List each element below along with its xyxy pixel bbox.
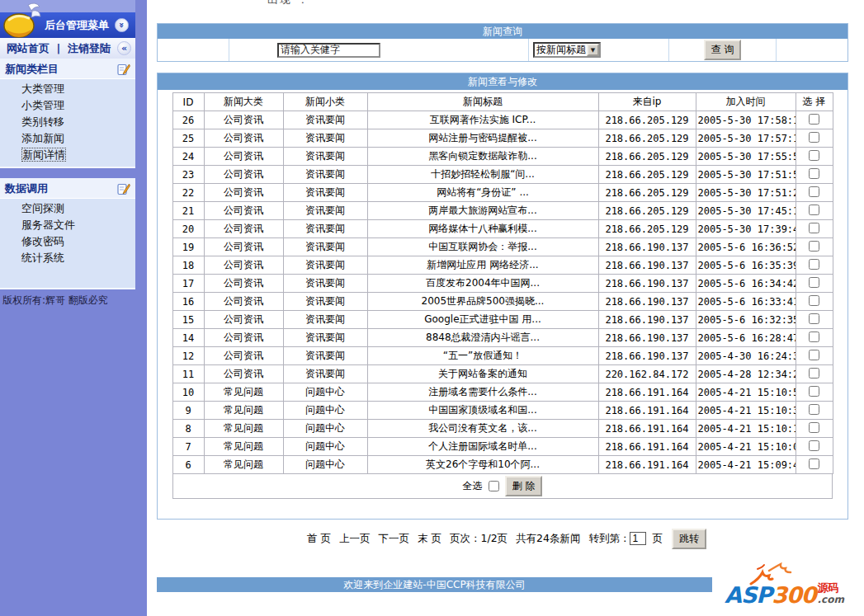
row-select-checkbox[interactable] [809, 332, 819, 342]
row-select-checkbox[interactable] [809, 386, 819, 397]
row-select-checkbox[interactable] [809, 350, 819, 360]
cell-title[interactable]: 中国国家顶级域名和国... [367, 402, 598, 420]
cell-id: 15 [172, 311, 204, 329]
last-page-link[interactable]: 末 页 [418, 532, 441, 544]
panel-title: 数据调用 [5, 182, 48, 195]
cell-subcategory: 问题中心 [283, 420, 367, 438]
cell-title[interactable]: 中国互联网协会：举报... [367, 238, 598, 256]
sidebar-item[interactable]: 服务器文件 [0, 217, 135, 233]
sidebar-item[interactable]: 类别转移 [0, 114, 135, 130]
news-search-box: 新闻查询 按新闻标题 ▼ 查 询 [157, 23, 848, 62]
cell-title[interactable]: 网站注册与密码提醒被... [367, 129, 598, 148]
cell-category: 公司资讯 [204, 238, 283, 256]
cell-title[interactable]: 互联网著作法实施 ICP... [367, 111, 598, 129]
clipped-top-text: 出现 ． [267, 0, 383, 7]
row-select-checkbox[interactable] [809, 150, 819, 161]
cell-title[interactable]: 英文26个字母和10个阿... [367, 456, 598, 474]
search-form-row: 按新闻标题 ▼ 查 询 [158, 39, 847, 61]
column-header: 加入时间 [696, 93, 796, 111]
cell-select [796, 293, 833, 311]
cell-id: 23 [172, 166, 204, 184]
cell-title[interactable]: Google正式进驻中国 用... [367, 311, 598, 329]
sidebar-item[interactable]: 新闻详情 [0, 147, 135, 163]
row-select-checkbox[interactable] [809, 368, 819, 379]
cell-ip: 218.66.191.164 [598, 402, 696, 420]
prev-page-link[interactable]: 上一页 [339, 532, 371, 544]
cell-time: 2005-5-6 16:34:42 [696, 275, 796, 293]
row-select-checkbox[interactable] [809, 458, 819, 469]
row-select-checkbox[interactable] [809, 114, 819, 125]
sidebar-item[interactable]: 添加新闻 [0, 130, 135, 147]
row-select-checkbox[interactable] [809, 223, 819, 233]
next-page-link[interactable]: 下一页 [379, 532, 410, 544]
cell-id: 22 [172, 184, 204, 202]
cell-subcategory: 问题中心 [283, 402, 367, 420]
cell-select [796, 184, 833, 202]
row-select-checkbox[interactable] [809, 259, 819, 270]
cell-title[interactable]: 网络媒体十八种赢利模... [367, 220, 598, 238]
cell-title[interactable]: 关于网站备案的通知 [367, 365, 598, 383]
dropdown-arrow-icon[interactable]: ▼ [587, 44, 599, 56]
row-select-checkbox[interactable] [809, 277, 819, 288]
cell-title[interactable]: 百度发布2004年中国网... [367, 275, 598, 293]
cell-select [796, 129, 833, 148]
cell-title[interactable]: 我公司没有英文名，该... [367, 420, 598, 438]
row-select-checkbox[interactable] [809, 295, 819, 306]
row-select-checkbox[interactable] [809, 186, 819, 197]
row-select-checkbox[interactable] [809, 241, 819, 252]
cell-select [796, 111, 833, 129]
table-row: 7常见问题问题中心个人注册国际域名时单...218.66.191.1642005… [172, 438, 833, 456]
row-select-checkbox[interactable] [809, 404, 819, 415]
cell-category: 公司资讯 [204, 347, 283, 365]
column-header: 新闻大类 [204, 93, 283, 111]
cell-title[interactable]: 8848总裁澄清内斗谣言... [367, 329, 598, 347]
footer-welcome-bar: 欢迎来到企业建站-中国CCP科技有限公司 [157, 577, 712, 592]
sidebar-item[interactable]: 空间探测 [0, 200, 135, 217]
cell-subcategory: 资讯要闻 [283, 111, 367, 129]
cell-category: 公司资讯 [204, 202, 283, 220]
cell-subcategory: 问题中心 [283, 438, 367, 456]
cell-time: 2005-4-21 15:10:32 [696, 402, 796, 420]
cell-select [796, 383, 833, 402]
cell-title[interactable]: 个人注册国际域名时单... [367, 438, 598, 456]
first-page-link[interactable]: 首 页 [307, 532, 331, 544]
row-select-checkbox[interactable] [809, 313, 819, 324]
cell-ip: 218.66.205.129 [598, 148, 696, 166]
cell-title[interactable]: 黑客向锁定数据敲诈勒... [367, 148, 598, 166]
cell-select [796, 202, 833, 220]
row-select-checkbox[interactable] [809, 440, 819, 451]
cell-title[interactable]: 注册域名需要什么条件... [367, 383, 598, 402]
jump-button[interactable]: 跳转 [672, 529, 706, 549]
sidebar-item[interactable]: 小类管理 [0, 97, 135, 114]
search-button[interactable]: 查 询 [704, 40, 742, 60]
cell-id: 20 [172, 220, 204, 238]
row-select-checkbox[interactable] [809, 422, 819, 433]
cell-id: 11 [172, 365, 204, 383]
chevron-double-down-icon[interactable]: » [115, 18, 129, 32]
cell-time: 2005-5-30 17:51:23 [696, 184, 796, 202]
cell-subcategory: 资讯要闻 [283, 202, 367, 220]
filter-select[interactable]: 按新闻标题 ▼ [533, 42, 601, 58]
row-select-checkbox[interactable] [809, 205, 819, 215]
collapse-left-icon[interactable]: « [117, 41, 131, 55]
table-row: 6常见问题问题中心英文26个字母和10个阿...218.66.191.16420… [172, 456, 833, 474]
cell-title[interactable]: “五一”放假通知！ [367, 347, 598, 365]
asp300-text: ASP300 源码 .com [725, 582, 844, 608]
cell-title[interactable]: 十招妙招轻松制服“间... [367, 166, 598, 184]
page-number-input[interactable] [630, 532, 646, 545]
cell-title[interactable]: 2005世界品牌500强揭晓... [367, 293, 598, 311]
cell-title[interactable]: 新增网址应用 网络经济... [367, 256, 598, 275]
cell-subcategory: 资讯要闻 [283, 275, 367, 293]
row-select-checkbox[interactable] [809, 132, 819, 143]
row-select-checkbox[interactable] [809, 168, 819, 179]
cell-ip: 218.66.205.129 [598, 184, 696, 202]
select-all-checkbox[interactable] [489, 481, 499, 491]
keyword-input[interactable] [277, 43, 380, 58]
logout-link[interactable]: 注销登陆 [68, 42, 111, 54]
sidebar-item[interactable]: 统计系统 [0, 250, 135, 266]
sidebar-item[interactable]: 修改密码 [0, 233, 135, 250]
sidebar-item[interactable]: 大类管理 [0, 81, 135, 97]
cell-title[interactable]: 网站将有“身份证” ... [367, 184, 598, 202]
cell-title[interactable]: 两岸最大旅游网站宣布... [367, 202, 598, 220]
delete-button[interactable]: 删 除 [505, 476, 543, 496]
